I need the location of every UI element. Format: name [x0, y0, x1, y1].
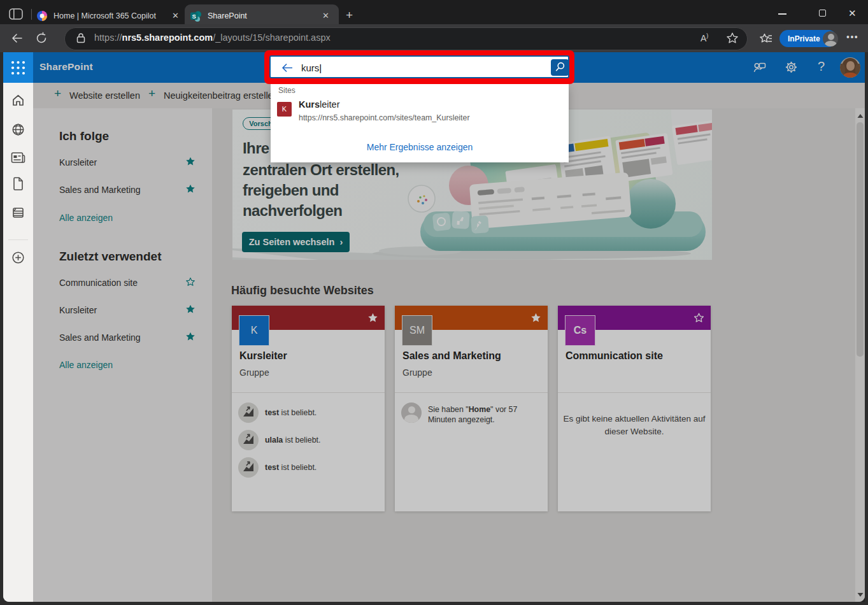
svg-text:S: S	[192, 13, 196, 20]
